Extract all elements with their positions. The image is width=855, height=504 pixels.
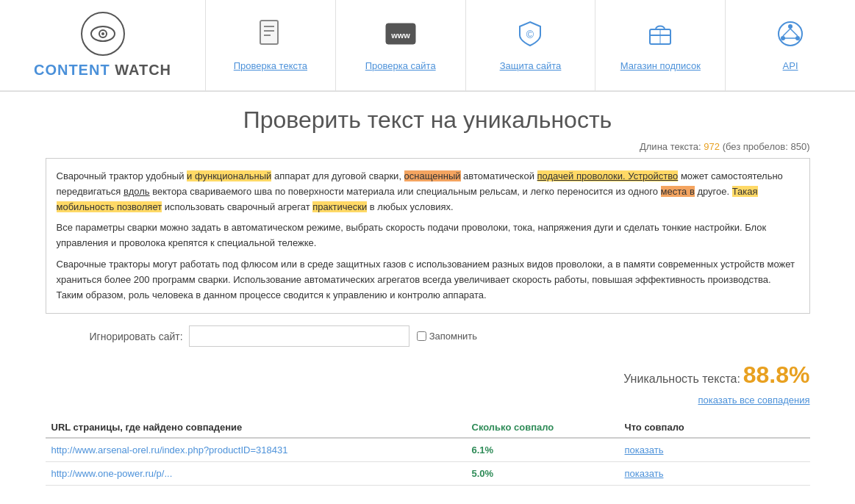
highlight-5: Такая мобильность позволяет [57,186,758,212]
logo-content: CONTENT [34,62,110,78]
nav-check-site-label: Проверка сайта [365,60,436,71]
logo-area: CONTENT WATCH [0,0,206,90]
nav-api[interactable]: API [726,0,855,90]
text-length-value: 972 [704,141,720,152]
svg-line-17 [783,29,790,36]
result-show[interactable]: показать [619,462,810,486]
svg-text:www: www [390,31,410,40]
result-url[interactable]: http://www.arsenal-orel.ru/index.php?pro… [46,438,466,462]
underline-1: вдоль [124,186,150,197]
table-row: http://www.arsenal-orel.ru/index.php?pro… [46,438,810,462]
highlight-4: места в [661,186,695,197]
uniqueness-value: 88.8% [743,361,810,388]
main-content: Проверить текст на уникальность Длина те… [24,92,832,504]
nav-items: Проверка текста www Проверка сайта © Защ… [206,0,855,90]
ignore-input[interactable] [189,325,409,347]
nav-shop[interactable]: Магазин подписок [595,0,726,90]
highlight-1: и функциональный [187,170,271,181]
nav-protect-site[interactable]: © Защита сайта [466,0,596,90]
nav-check-site[interactable]: www Проверка сайта [336,0,466,90]
result-match: 5.0% [466,462,619,486]
nav-api-label: API [783,60,798,71]
result-url[interactable]: http://www.one-power.ru/p/... [46,462,466,486]
text-length-no-spaces: (без пробелов: 850) [723,141,810,152]
remember-checkbox[interactable] [417,331,426,341]
show-link[interactable]: показать [625,468,664,479]
ignore-label: Игнорировать сайт: [90,331,183,342]
show-all-link[interactable]: показать все совпадения [46,395,810,406]
check-site-icon: www [384,19,417,54]
nav-check-text[interactable]: Проверка текста [206,0,336,90]
text-para-1: Сварочный трактор удобный и функциональн… [57,169,799,215]
highlight-6: практически [312,201,367,212]
remember-label: Запомнить [429,331,477,342]
table-row: http://www.one-power.ru/p/... 5.0% показ… [46,462,810,486]
text-length-label: Длина текста: [640,141,701,152]
nav-shop-label: Магазин подписок [620,60,701,71]
svg-point-2 [101,32,104,35]
svg-line-18 [790,29,798,36]
col-url-header: URL страницы, где найдено совпадение [46,417,466,438]
svg-rect-3 [260,21,278,44]
results-table: URL страницы, где найдено совпадение Ско… [46,417,810,486]
col-show-header: Что совпало [619,417,810,438]
url-link[interactable]: http://www.one-power.ru/p/... [51,468,173,479]
logo-watch: WATCH [115,62,171,78]
check-text-icon [257,19,284,54]
text-content-box: Сварочный трактор удобный и функциональн… [46,158,810,314]
nav-check-text-label: Проверка текста [234,60,307,71]
text-para-3: Сварочные тракторы могут работать под фл… [57,257,799,303]
highlight-3: подачей проволоки. Устройство [537,170,679,181]
result-show[interactable]: показать [619,438,810,462]
url-link[interactable]: http://www.arsenal-orel.ru/index.php?pro… [51,444,288,456]
header: CONTENT WATCH Проверка текста www [0,0,855,92]
ignore-site-row: Игнорировать сайт: Запомнить [46,325,810,347]
nav-protect-site-label: Защита сайта [500,60,562,71]
page-title: Проверить текст на уникальность [46,107,810,134]
svg-point-14 [788,24,793,29]
text-para-2: Все параметры сварки можно задать в авто… [57,220,799,251]
logo-icon [81,12,125,56]
api-icon [776,19,805,54]
protect-site-icon: © [515,19,545,54]
text-length-row: Длина текста: 972 (без пробелов: 850) [46,141,810,152]
logo-text: CONTENT WATCH [34,62,171,79]
col-match-header: Сколько совпало [466,417,619,438]
uniqueness-section: Уникальность текста: 88.8% [46,361,810,389]
shop-icon [645,19,675,54]
show-link[interactable]: показать [625,444,664,456]
result-match: 6.1% [466,438,619,462]
svg-text:©: © [526,29,534,40]
uniqueness-label: Уникальность текста: [623,372,740,385]
highlight-2: оснащенный [404,170,461,181]
